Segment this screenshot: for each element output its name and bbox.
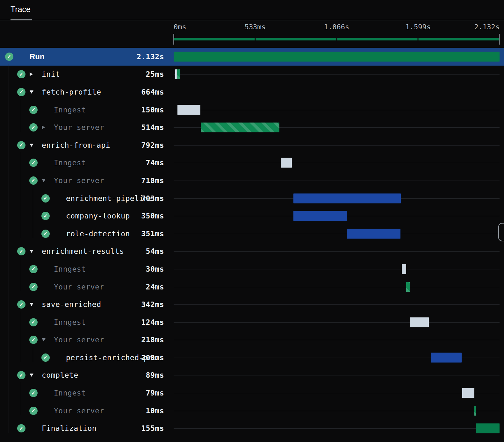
span-duration: 350ms (141, 212, 164, 220)
row-gridline (174, 92, 500, 92)
span-track (174, 154, 500, 172)
trace-row[interactable]: ✓ Inngest 74ms (0, 154, 504, 172)
scrollbar-thumb[interactable] (498, 223, 504, 241)
expand-toggle-icon[interactable] (30, 303, 39, 306)
status-success-icon: ✓ (17, 371, 25, 379)
trace-row[interactable]: ✓ Inngest 124ms (0, 313, 504, 331)
status-success-icon: ✓ (29, 283, 38, 291)
span-label: complete (42, 371, 78, 379)
tree-guide-line (21, 311, 21, 362)
tab-trace[interactable]: Trace (11, 5, 31, 14)
trace-row[interactable]: ✓ Inngest 150ms (0, 101, 504, 119)
trace-row[interactable]: ✓ Inngest 30ms (0, 260, 504, 278)
trace-row-left: ✓ Your server 718ms (0, 172, 174, 189)
status-success-icon: ✓ (29, 336, 38, 344)
expand-toggle-icon[interactable] (42, 125, 51, 129)
row-gridline (174, 375, 500, 375)
trace-row[interactable]: ✓ Your server 514ms (0, 118, 504, 136)
trace-row-left: ✓ Your server 514ms (0, 118, 174, 136)
span-bar[interactable] (462, 388, 474, 398)
expand-toggle-icon[interactable] (42, 338, 51, 341)
span-label: Inngest (54, 106, 86, 114)
axis-tick-label: 1.066s (324, 23, 349, 31)
span-track (174, 207, 500, 225)
span-track (174, 402, 500, 420)
trace-row[interactable]: ✓ role-detection 351ms (0, 225, 504, 243)
span-bar[interactable] (177, 105, 200, 115)
span-bar[interactable] (402, 264, 406, 274)
trace-viewer: Trace 0ms 533ms 1.066s 1.599s 2.132s ✓ R… (0, 0, 504, 442)
toggle-triangle (30, 303, 33, 306)
axis-tick-label: 0ms (174, 23, 186, 31)
axis-tick-label: 1.599s (406, 23, 431, 31)
span-bar[interactable] (406, 282, 410, 292)
span-bar[interactable] (201, 123, 279, 132)
trace-row[interactable]: ✓ fetch-profile 664ms (0, 83, 504, 101)
span-bar[interactable] (431, 353, 462, 362)
status-success-icon: ✓ (41, 230, 50, 238)
trace-row[interactable]: ✓ enrichment-pipeline 703ms (0, 189, 504, 207)
trace-row[interactable]: ✓ Inngest 79ms (0, 384, 504, 402)
span-label: Run (30, 52, 45, 61)
span-bar[interactable] (347, 229, 400, 239)
span-bar[interactable] (281, 158, 292, 168)
trace-row-left: ✓ Inngest 124ms (0, 313, 174, 331)
span-label: save-enriched (42, 300, 101, 309)
trace-row[interactable]: ✓ company-lookup 350ms (0, 207, 504, 225)
trace-row[interactable]: ✓ save-enriched 342ms (0, 296, 504, 313)
span-track (174, 66, 500, 83)
trace-row[interactable]: ✓ Your server 218ms (0, 331, 504, 349)
span-bar[interactable] (293, 211, 347, 221)
span-track (174, 296, 500, 313)
trace-row[interactable]: ✓ Run 2.132s (0, 48, 504, 66)
span-bar[interactable] (476, 424, 500, 433)
span-bar[interactable] (174, 52, 500, 61)
expand-toggle-icon[interactable] (30, 144, 39, 147)
expand-toggle-icon[interactable] (30, 72, 39, 76)
span-bar[interactable] (474, 406, 476, 416)
toggle-triangle (42, 338, 46, 341)
span-label: fetch-profile (42, 88, 101, 96)
span-label: company-lookup (66, 212, 130, 220)
status-success-icon: ✓ (17, 70, 25, 78)
trace-row[interactable]: ✓ Your server 718ms (0, 172, 504, 189)
timeline-minimap[interactable] (174, 38, 500, 40)
span-duration: 342ms (141, 300, 164, 309)
expand-toggle-icon[interactable] (42, 179, 51, 182)
trace-row-left: ✓ init 25ms (0, 66, 174, 83)
expand-toggle-icon[interactable] (30, 250, 39, 253)
trace-row[interactable]: ✓ persist-enriched-pr… 200ms (0, 349, 504, 367)
trace-row-left: ✓ complete 89ms (0, 367, 174, 384)
trace-row[interactable]: ✓ Your server 10ms (0, 402, 504, 420)
status-success-icon: ✓ (29, 265, 38, 273)
trace-row-left: ✓ company-lookup 350ms (0, 207, 174, 225)
trace-row-left: ✓ Run 2.132s (0, 48, 174, 66)
tree-guide-line (33, 188, 33, 238)
active-tab-indicator (11, 19, 32, 20)
trace-row[interactable]: ✓ enrich-from-api 792ms (0, 136, 504, 154)
trace-row-left: ✓ enrichment-pipeline 703ms (0, 189, 174, 207)
span-duration: 25ms (146, 70, 164, 78)
row-gridline (174, 181, 500, 181)
span-bar[interactable] (177, 69, 180, 79)
trace-row[interactable]: ✓ Finalization 155ms (0, 419, 504, 437)
span-label: enrich-from-api (42, 141, 110, 149)
span-bar[interactable] (293, 193, 401, 203)
trace-row-left: ✓ Inngest 79ms (0, 384, 174, 402)
trace-row[interactable]: ✓ Your server 24ms (0, 278, 504, 296)
status-success-icon: ✓ (29, 106, 38, 114)
row-gridline (174, 251, 500, 252)
expand-toggle-icon[interactable] (30, 374, 39, 377)
tab-bar: Trace (0, 0, 504, 20)
trace-row[interactable]: ✓ enrichment-results 54ms (0, 243, 504, 260)
span-duration: 24ms (146, 283, 164, 291)
span-track (174, 367, 500, 384)
trace-row-left: ✓ Inngest 150ms (0, 101, 174, 119)
span-label: enrichment-results (42, 247, 124, 255)
expand-toggle-icon[interactable] (30, 90, 39, 94)
span-track (174, 419, 500, 437)
span-bar[interactable] (410, 317, 429, 327)
trace-row[interactable]: ✓ complete 89ms (0, 367, 504, 384)
row-gridline (174, 110, 500, 110)
trace-row[interactable]: ✓ init 25ms (0, 66, 504, 83)
